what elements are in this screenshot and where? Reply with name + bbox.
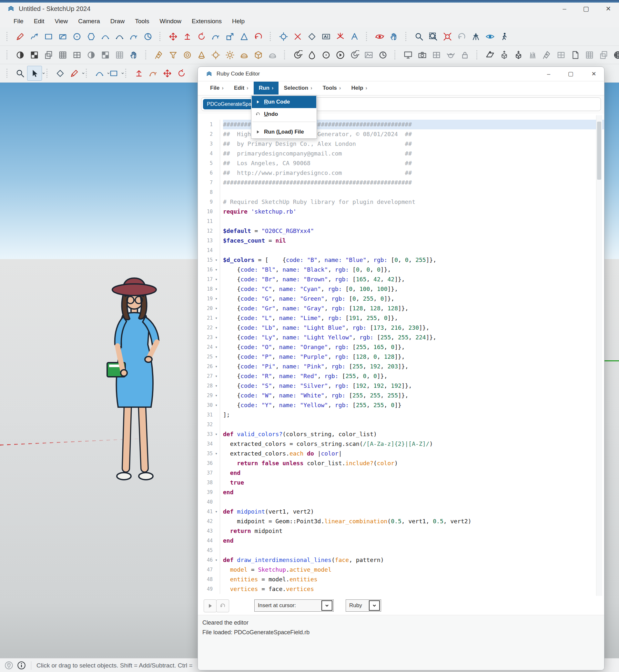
pattern-window-icon[interactable] [70,48,84,62]
fold-marker[interactable]: ▾ [213,381,220,391]
sandbox-cone-icon[interactable] [194,48,208,62]
fold-marker[interactable]: ▾ [213,352,220,362]
zoom-small-icon[interactable] [13,66,27,80]
section-plane-tool-icon[interactable] [483,48,497,62]
fold-marker[interactable]: ▾ [213,265,220,275]
menu-edit[interactable]: Edit [29,16,50,26]
fold-marker[interactable]: ▾ [213,555,220,565]
sandbox-stamp-icon[interactable] [152,48,166,62]
circle-tool-icon[interactable] [70,29,84,44]
circle-mark-tool-icon[interactable] [319,48,333,62]
copy-frame-tool-icon[interactable] [597,48,611,62]
push-pull-small-icon[interactable] [132,66,146,80]
line-tool-icon[interactable] [13,29,27,44]
sandbox-funnel-icon[interactable] [166,48,180,62]
material-sphere-icon[interactable] [13,48,27,62]
geo-globe-tool-icon[interactable] [611,48,619,62]
run-code-button[interactable] [204,599,217,612]
insert-at-cursor-select[interactable]: Insert at cursor: [254,599,334,612]
position-camera-tool-icon[interactable] [469,29,483,44]
rectangle-tool-icon[interactable] [41,29,56,44]
fold-marker[interactable]: ▾ [213,304,220,313]
close-button[interactable]: ✕ [600,3,617,15]
arc-tool-icon[interactable] [98,29,112,44]
shape-small-icon[interactable] [107,66,121,80]
page-tool-icon[interactable] [568,48,582,62]
geolocation-pin-icon[interactable] [4,661,13,670]
editor-menu-file[interactable]: File › [205,82,229,94]
scale-tool-icon[interactable] [223,29,237,44]
editor-menu-edit[interactable]: Edit › [229,82,254,94]
swirl-tool-2-icon[interactable] [347,48,361,62]
menu-help[interactable]: Help [227,16,250,26]
fold-marker[interactable]: ▾ [213,323,220,332]
maximize-button[interactable]: ▢ [577,3,595,15]
text-tool-icon[interactable] [347,29,361,44]
orbit-tool-icon[interactable] [372,29,387,44]
menu-view[interactable]: View [49,16,73,26]
grid-tool-icon[interactable] [582,48,597,62]
minimize-button[interactable]: – [556,3,573,15]
look-around-tool-icon[interactable] [483,29,497,44]
swirl-tool-icon[interactable] [290,48,305,62]
fold-marker[interactable]: ▾ [213,391,220,400]
window-grid-tool-icon[interactable] [554,48,568,62]
dimension-tool-icon[interactable] [290,29,305,44]
rotated-rectangle-tool-icon[interactable] [56,29,70,44]
fold-marker[interactable]: ▾ [213,294,220,304]
mirror-tool-icon[interactable] [251,29,265,44]
pattern-checker-icon[interactable] [27,48,41,62]
two-point-arc-tool-icon[interactable] [112,29,127,44]
fold-marker[interactable]: ▾ [213,255,220,265]
move-tool-icon[interactable] [166,29,180,44]
undo-button[interactable] [216,599,229,612]
editor-minimize-button[interactable]: – [541,68,557,80]
code-editor-area[interactable]: 1#######################################… [198,114,604,597]
follow-me-tool-icon[interactable] [208,29,223,44]
sandbox-dome-gray-icon[interactable] [265,48,279,62]
rotate-small-icon[interactable] [174,66,189,80]
menu-draw[interactable]: Draw [105,16,130,26]
teapot-tool-icon[interactable] [443,48,458,62]
fold-marker[interactable]: ▾ [213,371,220,381]
menu-tools[interactable]: Tools [130,16,154,26]
editor-menu-selection[interactable]: Selection › [279,82,317,94]
lock-tool-icon[interactable] [458,48,472,62]
fold-marker[interactable]: ▾ [213,507,220,517]
info-icon[interactable] [17,661,26,670]
camera-tool-icon[interactable] [415,48,429,62]
monitor-tool-icon[interactable] [401,48,415,62]
select-chevron-box[interactable] [322,600,332,611]
fold-marker[interactable]: ▾ [213,362,220,371]
pattern-mesh-icon[interactable] [112,48,127,62]
blob-tool-icon[interactable] [305,48,319,62]
run-code-item[interactable]: Run Code [252,96,316,108]
zoom-extents-tool-icon[interactable] [440,29,455,44]
zoom-tool-icon[interactable] [412,29,426,44]
freehand-tool-icon[interactable] [27,29,41,44]
fold-marker[interactable]: ▾ [213,275,220,284]
editor-scrollbar[interactable] [596,115,602,596]
editor-menu-help[interactable]: Help › [346,82,372,94]
arc-small-icon[interactable] [92,66,107,80]
three-point-arc-tool-icon[interactable] [127,29,141,44]
polygon-tool-icon[interactable] [84,29,98,44]
run-load-file-item[interactable]: Run (Load) File [252,126,316,138]
rotate-tool-icon[interactable] [194,29,208,44]
pattern-frames-icon[interactable] [41,48,56,62]
fold-marker[interactable]: ▾ [213,449,220,458]
model-figure[interactable] [94,275,198,498]
sandbox-dome-icon[interactable] [237,48,251,62]
menu-separator[interactable] [252,122,316,125]
line-small-icon[interactable] [67,66,81,80]
select-hand-icon[interactable] [127,48,141,62]
fold-marker[interactable]: ▾ [213,332,220,342]
fold-marker[interactable]: ▾ [213,284,220,294]
previous-view-tool-icon[interactable] [455,29,469,44]
pattern-tiles-icon[interactable] [98,48,112,62]
undo-item[interactable]: Undo [252,108,316,120]
editor-maximize-button[interactable]: ▢ [562,68,579,80]
history-tool-icon[interactable] [376,48,390,62]
editor-menu-run[interactable]: Run › [254,82,279,94]
box-up-tool-icon[interactable] [497,48,511,62]
